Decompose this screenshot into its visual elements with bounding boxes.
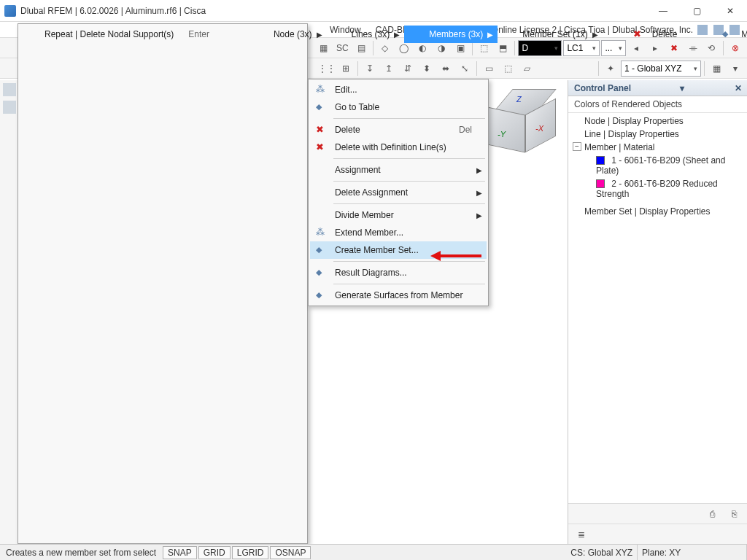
csys-icon[interactable]: ✦ [602,60,619,77]
ctx-move-copy[interactable]: Move/Copy... [716,26,747,43]
ctx-repeat[interactable]: Repeat | Delete Nodal Support(s)Enter [20,26,224,43]
status-lgrid[interactable]: LGRID [232,546,269,559]
tool-button[interactable]: ⬍ [418,60,436,77]
sub-assignment[interactable]: Assignment▶ [310,161,487,179]
panel-material-2[interactable]: 2 - 6061-T6-B209 Reduced Strength [571,177,744,201]
collapse-icon[interactable]: − [573,142,581,151]
panel-material-1[interactable]: 1 - 6061-T6-B209 (Sheet and Plate) [571,154,744,177]
panel-item-member[interactable]: − Member | Material [571,141,744,154]
tool-button[interactable]: ↧ [361,60,379,77]
control-panel-title: Control Panel [574,83,631,93]
view-cube[interactable]: Z -X -Y [484,88,550,153]
tool-button[interactable]: ⤡ [456,60,473,77]
panel-close-icon[interactable]: ✕ [732,83,744,93]
loadcase-more[interactable]: ... [601,40,626,56]
create-set-icon [316,244,328,256]
annotation-arrow [430,251,481,261]
panel-body: Node | Display Properties Line | Display… [568,113,747,503]
edit-icon [316,84,328,96]
app-logo-icon [4,5,16,17]
tool-button[interactable]: ⬚ [499,60,516,77]
panel-tool-icon[interactable]: ⎘ [725,505,743,523]
delete-icon [633,28,645,40]
delete-icon [316,124,328,136]
tool-button[interactable]: ⊞ [337,60,355,77]
mdi-window-min-icon[interactable] [697,25,708,35]
ctx-node[interactable]: Node (3x)▶ [249,26,327,43]
status-plane: Plane: XY [638,545,747,560]
tool-button[interactable]: ▱ [518,60,535,77]
status-snap[interactable]: SNAP [163,546,197,559]
titlebar: Dlubal RFEM | 6.02.0026 | Aluminum.rf6 |… [0,0,747,22]
context-submenu-members: Edit... Go to Table DeleteDel Delete wit… [308,79,489,306]
tool-button[interactable]: ▾ [727,60,744,77]
maximize-button[interactable]: ▢ [680,0,713,22]
control-panel: Control Panel ▾ ✕ Colors of Rendered Obj… [568,80,747,544]
sub-goto-table[interactable]: Go to Table [310,98,487,116]
sub-result-diagrams[interactable]: Result Diagrams... [310,264,487,281]
panel-item-memberset[interactable]: Member Set | Display Properties [571,205,744,218]
panel-item-line[interactable]: Line | Display Properties [571,128,744,141]
color-swatch-icon [596,156,605,165]
close-button[interactable]: ✕ [713,0,747,22]
sub-edit[interactable]: Edit... [310,81,487,98]
panel-tool-icon[interactable]: ⎙ [703,505,721,523]
left-gutter [0,80,19,544]
sub-extend-member[interactable]: Extend Member... [310,224,487,241]
status-grid[interactable]: GRID [198,546,231,559]
status-bar: Creates a new member set from select SNA… [0,544,747,560]
ctx-lines[interactable]: Lines (3x)▶ [327,26,405,43]
sub-delete-def[interactable]: Delete with Definition Line(s) [310,139,487,156]
panel-pin-icon[interactable]: ▾ [676,83,688,93]
panel-footer-1: ⎙ ⎘ [568,503,747,524]
sub-delete-assignment[interactable]: Delete Assignment▶ [310,184,487,201]
tool-button[interactable]: ⋮⋮ [318,60,336,77]
status-cs: CS: Global XYZ [566,545,638,560]
csys-combo[interactable]: 1 - Global XYZ [621,61,701,77]
tool-button[interactable]: ↥ [380,60,398,77]
status-osnap[interactable]: OSNAP [270,546,311,559]
gutter-icon[interactable] [3,101,16,114]
color-swatch-icon [596,179,605,188]
sub-delete[interactable]: DeleteDel [310,121,487,139]
control-panel-header: Control Panel ▾ ✕ [568,80,747,96]
gutter-icon[interactable] [3,83,16,96]
sub-generate-surfaces[interactable]: Generate Surfaces from Member [310,287,487,304]
surface-icon [316,289,328,301]
panel-item-node[interactable]: Node | Display Properties [571,114,744,128]
ctx-delete[interactable]: Delete [627,26,692,43]
window-title: Dlubal RFEM | 6.02.0026 | Aluminum.rf6 |… [20,6,206,16]
ctx-member-set[interactable]: Member Set (1x)▶ [498,26,602,43]
delete-def-icon [316,141,328,153]
extend-icon [316,227,328,238]
move-icon [722,28,734,40]
tool-button[interactable]: ▭ [480,60,498,77]
control-panel-subtitle: Colors of Rendered Objects [568,96,747,113]
table-icon [316,101,328,113]
tool-button[interactable]: ⬌ [437,60,454,77]
minimize-button[interactable]: — [646,0,680,22]
diagram-icon [316,267,328,279]
ctx-members[interactable]: Members (3x)▶ [404,26,498,43]
status-hint: Creates a new member set from select [0,548,162,558]
tool-button[interactable]: ▦ [708,60,725,77]
context-menu: Repeat | Delete Nodal Support(s)Enter No… [18,23,308,544]
sub-divide-member[interactable]: Divide Member▶ [310,206,487,224]
panel-list-icon[interactable]: ≣ [573,526,590,543]
panel-footer-2: ≣ [568,524,747,544]
tool-button[interactable]: ⇵ [399,60,417,77]
